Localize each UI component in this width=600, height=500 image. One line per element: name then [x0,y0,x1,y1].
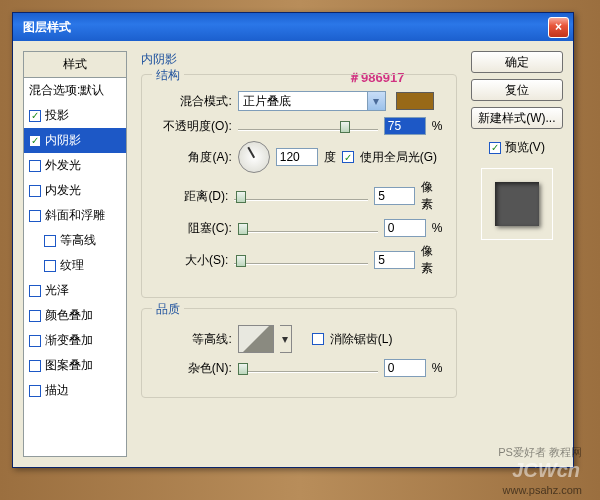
global-light-checkbox[interactable] [342,151,354,163]
chevron-down-icon[interactable]: ▾ [367,92,385,110]
style-item-label: 渐变叠加 [45,332,93,349]
close-button[interactable]: × [548,17,569,38]
style-item-7[interactable]: 纹理 [24,253,126,278]
contour-row: 等高线: ▾ 消除锯齿(L) [154,325,444,353]
quality-group: 品质 等高线: ▾ 消除锯齿(L) 杂色(N): 0 % [141,308,457,398]
style-item-label: 投影 [45,107,69,124]
angle-row: 角度(A): 120 度 使用全局光(G) [154,141,444,173]
distance-row: 距离(D): 5 像素 [154,179,444,213]
style-checkbox[interactable] [29,135,41,147]
style-item-0[interactable]: 混合选项:默认 [24,78,126,103]
choke-unit: % [432,221,443,235]
preview-row: 预览(V) [489,139,545,156]
style-checkbox[interactable] [29,185,41,197]
layer-style-dialog: 图层样式 × 样式 混合选项:默认投影内阴影外发光内发光斜面和浮雕等高线纹理光泽… [12,12,574,468]
style-checkbox[interactable] [44,260,56,272]
angle-label: 角度(A): [154,149,232,166]
style-item-4[interactable]: 内发光 [24,178,126,203]
new-style-button[interactable]: 新建样式(W)... [471,107,563,129]
style-checkbox[interactable] [29,335,41,347]
watermark-text-2: www.psahz.com [503,484,582,496]
style-item-3[interactable]: 外发光 [24,153,126,178]
antialias-checkbox[interactable] [312,333,324,345]
cancel-button[interactable]: 复位 [471,79,563,101]
section-title: 内阴影 [141,51,457,68]
style-item-label: 等高线 [60,232,96,249]
opacity-label: 不透明度(O): [154,118,232,135]
style-item-2[interactable]: 内阴影 [24,128,126,153]
distance-slider[interactable] [234,189,368,203]
angle-dial[interactable] [238,141,270,173]
opacity-input[interactable]: 75 [384,117,426,135]
buttons-column: 确定 复位 新建样式(W)... 预览(V) [471,51,563,457]
contour-picker[interactable] [238,325,274,353]
size-slider[interactable] [234,253,368,267]
style-item-10[interactable]: 渐变叠加 [24,328,126,353]
style-item-11[interactable]: 图案叠加 [24,353,126,378]
noise-input[interactable]: 0 [384,359,426,377]
global-light-label: 使用全局光(G) [360,149,437,166]
choke-row: 阻塞(C): 0 % [154,219,444,237]
style-item-label: 斜面和浮雕 [45,207,105,224]
styles-column: 样式 混合选项:默认投影内阴影外发光内发光斜面和浮雕等高线纹理光泽颜色叠加渐变叠… [23,51,127,457]
style-item-6[interactable]: 等高线 [24,228,126,253]
titlebar[interactable]: 图层样式 × [13,13,573,41]
style-item-12[interactable]: 描边 [24,378,126,403]
contour-label: 等高线: [154,331,232,348]
choke-label: 阻塞(C): [154,220,232,237]
style-item-8[interactable]: 光泽 [24,278,126,303]
color-swatch[interactable] [396,92,434,110]
blend-mode-combo[interactable]: 正片叠底 ▾ [238,91,386,111]
style-item-label: 外发光 [45,157,81,174]
preview-swatch [495,182,539,226]
style-checkbox[interactable] [44,235,56,247]
antialias-label: 消除锯齿(L) [330,331,393,348]
distance-unit: 像素 [421,179,444,213]
watermark-logo: JCWcn [512,459,580,482]
choke-slider[interactable] [238,221,378,235]
style-checkbox[interactable] [29,160,41,172]
distance-input[interactable]: 5 [374,187,415,205]
styles-header: 样式 [23,51,127,77]
noise-slider[interactable] [238,361,378,375]
style-item-label: 纹理 [60,257,84,274]
style-checkbox[interactable] [29,385,41,397]
style-item-label: 光泽 [45,282,69,299]
blend-mode-row: 混合模式: 正片叠底 ▾ [154,91,444,111]
size-label: 大小(S): [154,252,229,269]
settings-column: 内阴影 ＃986917 结构 混合模式: 正片叠底 ▾ 不透明度(O): 75 … [135,51,463,457]
style-checkbox[interactable] [29,285,41,297]
size-input[interactable]: 5 [374,251,415,269]
distance-label: 距离(D): [154,188,229,205]
preview-box [481,168,553,240]
size-row: 大小(S): 5 像素 [154,243,444,277]
size-unit: 像素 [421,243,444,277]
opacity-slider[interactable] [238,119,378,133]
style-item-5[interactable]: 斜面和浮雕 [24,203,126,228]
quality-legend: 品质 [152,301,184,318]
angle-input[interactable]: 120 [276,148,318,166]
blend-mode-value: 正片叠底 [239,93,367,110]
preview-checkbox[interactable] [489,142,501,154]
styles-list: 混合选项:默认投影内阴影外发光内发光斜面和浮雕等高线纹理光泽颜色叠加渐变叠加图案… [23,77,127,457]
ok-button[interactable]: 确定 [471,51,563,73]
style-checkbox[interactable] [29,310,41,322]
noise-row: 杂色(N): 0 % [154,359,444,377]
choke-input[interactable]: 0 [384,219,426,237]
structure-legend: 结构 [152,67,184,84]
angle-unit: 度 [324,149,336,166]
style-item-label: 内阴影 [45,132,81,149]
style-item-9[interactable]: 颜色叠加 [24,303,126,328]
dialog-body: 样式 混合选项:默认投影内阴影外发光内发光斜面和浮雕等高线纹理光泽颜色叠加渐变叠… [13,41,573,467]
opacity-row: 不透明度(O): 75 % [154,117,444,135]
style-item-label: 混合选项:默认 [29,82,104,99]
style-checkbox[interactable] [29,360,41,372]
preview-label: 预览(V) [505,139,545,156]
style-checkbox[interactable] [29,110,41,122]
contour-dropdown-icon[interactable]: ▾ [280,325,292,353]
structure-group: 结构 混合模式: 正片叠底 ▾ 不透明度(O): 75 % 角度(A [141,74,457,298]
style-item-1[interactable]: 投影 [24,103,126,128]
style-item-label: 图案叠加 [45,357,93,374]
window-title: 图层样式 [17,19,548,36]
style-checkbox[interactable] [29,210,41,222]
